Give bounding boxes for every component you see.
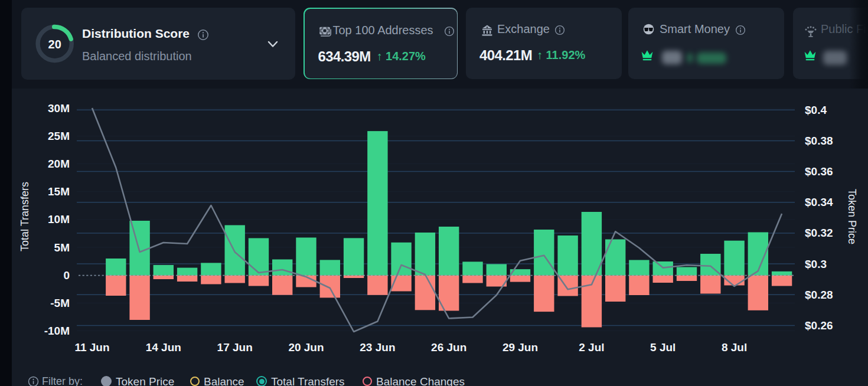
svg-text:Token Price: Token Price: [846, 189, 858, 244]
svg-text:$0.36: $0.36: [805, 165, 833, 178]
svg-text:14 Jun: 14 Jun: [146, 341, 181, 354]
svg-text:25M: 25M: [48, 130, 70, 142]
svg-text:Total Transfers: Total Transfers: [19, 182, 31, 251]
svg-text:$0.32: $0.32: [805, 227, 833, 239]
svg-text:$0.4: $0.4: [805, 104, 827, 116]
svg-text:-5M: -5M: [50, 297, 70, 309]
svg-text:0: 0: [63, 269, 70, 282]
svg-text:20 Jun: 20 Jun: [288, 341, 324, 354]
svg-text:10M: 10M: [48, 213, 70, 225]
svg-text:20: 20: [48, 38, 61, 51]
svg-text:2 Jul: 2 Jul: [579, 341, 604, 354]
svg-text:$0.3: $0.3: [805, 258, 827, 270]
svg-text:8 Jul: 8 Jul: [722, 341, 747, 354]
svg-text:5 Jul: 5 Jul: [650, 341, 676, 354]
svg-text:26 Jun: 26 Jun: [431, 341, 466, 354]
svg-text:23 Jun: 23 Jun: [360, 341, 395, 354]
svg-text:$0.28: $0.28: [805, 289, 833, 301]
svg-text:-10M: -10M: [44, 325, 70, 337]
svg-text:20M: 20M: [48, 158, 70, 170]
svg-text:$0.34: $0.34: [805, 196, 833, 208]
svg-text:5M: 5M: [54, 241, 70, 254]
svg-text:$0.26: $0.26: [805, 319, 833, 332]
svg-text:15M: 15M: [48, 185, 70, 198]
svg-text:$0.38: $0.38: [805, 135, 833, 147]
svg-text:17 Jun: 17 Jun: [217, 341, 253, 354]
svg-text:30M: 30M: [48, 102, 70, 115]
svg-text:11 Jun: 11 Jun: [74, 341, 109, 354]
svg-text:29 Jun: 29 Jun: [502, 341, 538, 354]
